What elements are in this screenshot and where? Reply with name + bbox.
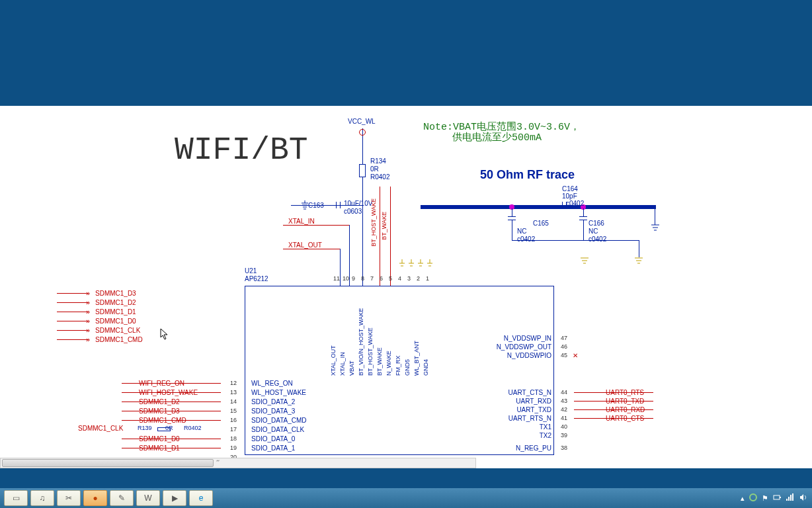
scrollbar-thumb[interactable]	[2, 459, 214, 467]
sd-bus-net: SDMMC1_D2	[95, 299, 136, 306]
left-net-label: SDMMC1_D1	[139, 444, 180, 452]
bus-marker: »	[86, 289, 90, 297]
uart-net-label: UART0_RXD	[606, 406, 645, 413]
svg-rect-4	[788, 497, 790, 501]
top-pin-num: 8	[361, 275, 364, 282]
top-pin-label: BT_VIO/N_HOST_WAKE	[358, 290, 364, 376]
rf-trace-label: 50 Ohm RF trace	[480, 168, 575, 182]
bt-host-wake-vlabel: BT_HOST_WAKE	[370, 198, 377, 247]
gnd-caps-sym	[579, 257, 590, 270]
sd-bus-net: SDMMC1_D0	[95, 318, 136, 325]
sd-bus-net: SDMMC1_CLK	[95, 327, 140, 334]
svg-rect-6	[792, 493, 793, 501]
c163-plate2	[340, 202, 341, 208]
c165-w2	[512, 220, 512, 240]
r134-wire-top	[362, 155, 363, 164]
gnd-wire-caps	[512, 240, 583, 241]
chevron-up-icon[interactable]: ▴	[741, 494, 745, 503]
xtal-in-wire	[283, 225, 349, 226]
orange-icon[interactable]: ●	[83, 490, 107, 506]
right-pin-num: 45	[561, 352, 567, 359]
uart-net-label: UART0_TXD	[606, 398, 644, 405]
c165-p1	[508, 216, 516, 217]
note-icon[interactable]: ✎	[110, 490, 134, 506]
svg-rect-1	[774, 495, 780, 499]
schematic-canvas[interactable]: WIFI/BT Note:VBAT电压范围3.0V~3.6V， 供电电流至少50…	[0, 106, 812, 468]
desktop-icon[interactable]: ▭	[4, 490, 28, 506]
r134-body	[359, 164, 366, 177]
left-net-label: WIFI_HOST_WAKE	[139, 389, 198, 396]
c165-val: NC	[517, 228, 526, 235]
top-pin-label: FM_RX	[395, 290, 401, 376]
n-reg-pu-pin: 38	[561, 444, 567, 451]
left-net-label: WIFI_REG_ON	[139, 380, 184, 387]
top-pin-num: 7	[370, 275, 374, 282]
svg-rect-5	[790, 495, 792, 501]
right-pin-num: 40	[561, 423, 567, 430]
c166-w2	[583, 220, 584, 240]
clip-icon[interactable]: ✂	[57, 490, 81, 506]
left-pin-num: 18	[230, 435, 237, 442]
top-pin-label: GND5	[404, 290, 411, 376]
vcc-open-circle	[359, 129, 366, 136]
video-icon[interactable]: ▶	[163, 490, 186, 506]
power-icon[interactable]	[772, 493, 782, 503]
sd-bus-wire	[57, 302, 89, 303]
bt-host-wake-wire	[380, 187, 380, 286]
r134-ref: R134	[370, 157, 386, 165]
c166-ref: C166	[589, 220, 604, 227]
left-net-label: SDMMC1_D0	[139, 435, 180, 443]
left-net-label: SDMMC1_D3	[139, 407, 180, 415]
network-icon[interactable]	[749, 493, 758, 503]
chip-left-pin-label: WL_HOST_WAKE	[251, 389, 306, 396]
horizontal-scrollbar[interactable]: ‴	[0, 458, 476, 468]
r139-fp: R0402	[184, 425, 202, 431]
gnd-right-top	[650, 224, 661, 235]
left-net-label: SDMMC1_D2	[139, 398, 180, 405]
c164-val: 10pF	[562, 192, 577, 200]
right-pin-num: 42	[561, 406, 567, 413]
chip-left-pin-label: SDIO_DATA_2	[251, 398, 295, 405]
xtal-out-v	[340, 249, 341, 286]
c163-val: 10uF/10V	[344, 200, 372, 207]
chip-left-pin-label: SDIO_DATA_1	[251, 444, 295, 452]
music-icon[interactable]: ♫	[30, 490, 54, 506]
w-icon[interactable]: W	[136, 490, 160, 506]
left-pin-num: 12	[230, 380, 237, 386]
rf-trace-line	[421, 205, 656, 209]
c165-fp: c0402	[517, 235, 535, 243]
bt-wake-vlabel: BT_WAKE	[381, 212, 387, 240]
top-pin-num: 5	[389, 275, 392, 282]
r139-ref: R139	[138, 425, 152, 431]
top-pin-label: VBAT	[348, 290, 355, 376]
chip-right-pin-label: N_VDDSWP_OUT	[476, 343, 551, 351]
chip-left-pin-label: WL_REG_ON	[251, 380, 293, 387]
left-pin-num: 13	[230, 389, 237, 396]
ie-icon[interactable]: e	[189, 490, 213, 506]
right-pin-num: 43	[561, 398, 567, 404]
chip-left-pin-label: SDIO_DATA_3	[251, 407, 295, 415]
left-pin-num: 16	[230, 417, 237, 423]
system-tray[interactable]: ▴ ⚑	[741, 493, 808, 503]
gnd-wire-caps2	[583, 240, 639, 241]
top-pin-num: 2	[417, 275, 420, 282]
top-pin-label: WL_BT_ANT	[413, 290, 420, 376]
volume-icon[interactable]	[799, 493, 808, 503]
flag-icon[interactable]: ⚑	[762, 494, 768, 503]
note-line2: 供电电流至少500mA	[452, 131, 542, 144]
gnd-caps-sym-2	[633, 257, 644, 270]
c164-ref: C164	[562, 185, 578, 192]
signal-icon[interactable]	[786, 493, 795, 503]
svg-point-0	[750, 494, 756, 501]
sd-bus-wire	[57, 312, 89, 312]
chip-right-pin-label: UART_TXD	[495, 406, 551, 413]
r134-val: 0R	[370, 165, 379, 173]
bus-marker: »	[86, 317, 90, 325]
mouse-cursor	[160, 328, 169, 340]
xtal-in-label: XTAL_IN	[288, 218, 315, 225]
xtal-out-label: XTAL_OUT	[288, 241, 322, 249]
top-pin-label: XTAL_OUT	[330, 290, 337, 376]
left-pin-num: 14	[230, 398, 237, 405]
taskbar[interactable]: ▭♫✂●✎W▶e ▴ ⚑	[0, 488, 812, 508]
r134-wire-bot	[362, 177, 363, 286]
